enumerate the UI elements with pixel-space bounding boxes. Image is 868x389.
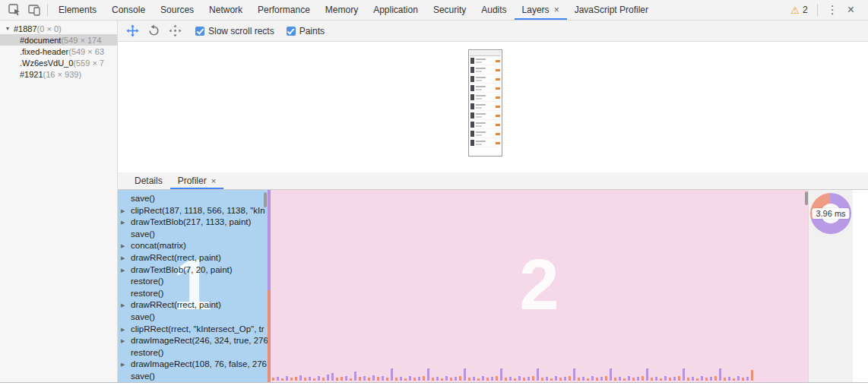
inspect-element-icon[interactable]: [5, 1, 24, 19]
profile-sample-bar[interactable]: [678, 376, 680, 381]
expand-icon[interactable]: ▶: [121, 252, 125, 264]
profile-sample-bar[interactable]: [386, 378, 388, 381]
paint-command-log[interactable]: 1 save()▶clipRect(187, 1118, 566, 1138, …: [118, 190, 268, 382]
tab-sources[interactable]: Sources: [153, 0, 201, 20]
profile-sample-bar[interactable]: [441, 378, 443, 381]
expand-icon[interactable]: ▶: [121, 359, 125, 371]
tab-layers[interactable]: Layers×: [515, 0, 567, 20]
tab-close-icon[interactable]: ×: [554, 5, 559, 15]
tab-elements[interactable]: Elements: [51, 0, 104, 20]
profile-sample-bar[interactable]: [523, 378, 525, 381]
profile-sample-bar[interactable]: [418, 377, 420, 381]
profile-sample-bar[interactable]: [623, 378, 626, 381]
profile-sample-bar[interactable]: [660, 378, 662, 381]
profile-sample-bar[interactable]: [746, 377, 749, 381]
profile-sample-bar[interactable]: [505, 378, 507, 381]
profile-sample-bar[interactable]: [277, 377, 279, 381]
overflow-menu-icon[interactable]: ⋮: [827, 3, 838, 17]
profile-sample-bar[interactable]: [395, 378, 398, 381]
layer-tree-item[interactable]: ▾#1887(0 × 0): [0, 23, 117, 34]
paint-command-row[interactable]: save(): [118, 193, 268, 205]
rotate-mode-icon[interactable]: [145, 23, 162, 40]
profile-sample-bar[interactable]: [299, 375, 302, 381]
tree-expand-icon[interactable]: ▾: [6, 25, 14, 32]
profile-sample-bar[interactable]: [559, 378, 562, 381]
profile-sample-bar[interactable]: [664, 376, 667, 381]
layer-tree-item[interactable]: .fixed-header(549 × 63: [0, 46, 117, 57]
profile-sample-bar[interactable]: [651, 378, 653, 381]
profile-sample-bar[interactable]: [432, 378, 434, 381]
profile-sample-bar[interactable]: [322, 378, 325, 381]
profiler-tab-close-icon[interactable]: ×: [211, 176, 216, 185]
profile-sample-bar[interactable]: [669, 378, 671, 381]
profile-sample-bar[interactable]: [641, 376, 644, 381]
profile-sample-bar[interactable]: [646, 368, 648, 381]
expand-icon[interactable]: ▶: [121, 324, 125, 336]
profile-sample-bar[interactable]: [724, 378, 726, 381]
profile-sample-bar[interactable]: [409, 376, 411, 381]
profile-sample-bar[interactable]: [341, 377, 343, 381]
paint-command-row[interactable]: save(): [118, 371, 268, 382]
profile-sample-bar[interactable]: [350, 378, 352, 381]
paint-command-row[interactable]: save(): [118, 312, 268, 324]
profile-sample-bar[interactable]: [290, 378, 293, 381]
profile-sample-bar[interactable]: [728, 377, 730, 381]
profile-sample-bar[interactable]: [372, 375, 375, 381]
profile-sample-bar[interactable]: [331, 373, 334, 381]
profile-sample-bar[interactable]: [628, 376, 630, 381]
profile-sample-bar[interactable]: [295, 377, 297, 381]
profile-sample-bar[interactable]: [714, 376, 717, 381]
profile-sample-bar[interactable]: [591, 376, 594, 381]
profile-sample-bar[interactable]: [313, 378, 315, 381]
profile-sample-bar[interactable]: [436, 377, 439, 381]
profile-sample-bar[interactable]: [345, 376, 347, 381]
profile-sample-bar[interactable]: [587, 378, 589, 381]
profile-sample-bar[interactable]: [382, 376, 384, 381]
slow-scroll-rects-checkbox[interactable]: Slow scroll rects: [195, 26, 274, 36]
profile-sample-bar[interactable]: [363, 376, 366, 381]
profile-sample-bar[interactable]: [742, 378, 744, 381]
profile-sample-bar[interactable]: [404, 378, 407, 381]
profile-sample-bar[interactable]: [423, 376, 425, 381]
paint-command-row[interactable]: ▶clipRect(187, 1118, 566, 1138, "kIn: [118, 205, 268, 217]
paint-command-row[interactable]: ▶concat(matrix): [118, 240, 268, 252]
layer-tree-item[interactable]: #document(549 × 174: [0, 34, 117, 46]
expand-icon[interactable]: ▶: [121, 264, 125, 277]
profile-sample-bar[interactable]: [450, 378, 452, 381]
timeline-scrollbar[interactable]: [805, 191, 808, 205]
layer-tree-item[interactable]: #1921(16 × 939): [0, 68, 117, 80]
profile-sample-bar[interactable]: [600, 377, 603, 381]
profile-sample-bar[interactable]: [555, 376, 557, 381]
profile-sample-bar[interactable]: [468, 378, 470, 381]
profile-sample-bar[interactable]: [532, 376, 534, 381]
profile-sample-bar[interactable]: [619, 377, 621, 381]
layer-tree-item[interactable]: .Wz6esVdU_0(559 × 7: [0, 57, 117, 68]
profile-sample-bar[interactable]: [500, 368, 502, 381]
expand-icon[interactable]: ▶: [121, 205, 125, 217]
profile-sample-bar[interactable]: [751, 370, 753, 381]
profile-sample-bar[interactable]: [687, 378, 689, 381]
profile-sample-bar[interactable]: [496, 376, 498, 381]
profile-sample-bar[interactable]: [578, 378, 580, 381]
layers-3d-canvas[interactable]: [118, 42, 868, 172]
profile-sample-bar[interactable]: [582, 377, 584, 381]
paint-command-row[interactable]: ▶drawTextBlob(7, 20, paint): [118, 264, 268, 277]
profile-sample-bar[interactable]: [569, 376, 571, 381]
tab-security[interactable]: Security: [426, 0, 474, 20]
profile-sample-bar[interactable]: [605, 376, 607, 381]
paint-command-row[interactable]: ▶drawRRect(rrect, paint): [118, 299, 268, 312]
profile-sample-bar[interactable]: [281, 378, 284, 381]
profile-sample-bar[interactable]: [477, 378, 480, 381]
profile-sample-bar[interactable]: [445, 376, 448, 381]
profile-sample-bar[interactable]: [550, 378, 553, 381]
profile-sample-bar[interactable]: [637, 377, 639, 381]
profile-sample-bar[interactable]: [692, 377, 694, 381]
tab-application[interactable]: Application: [366, 0, 426, 20]
profile-sample-bar[interactable]: [564, 377, 566, 381]
paint-command-row[interactable]: ▶drawRRect(rrect, paint): [118, 252, 268, 264]
profile-sample-bar[interactable]: [413, 378, 416, 381]
paint-command-row[interactable]: restore(): [118, 288, 268, 300]
profile-sample-bar[interactable]: [655, 377, 657, 381]
profile-sample-bar[interactable]: [514, 378, 516, 381]
paint-command-row[interactable]: restore(): [118, 276, 268, 288]
